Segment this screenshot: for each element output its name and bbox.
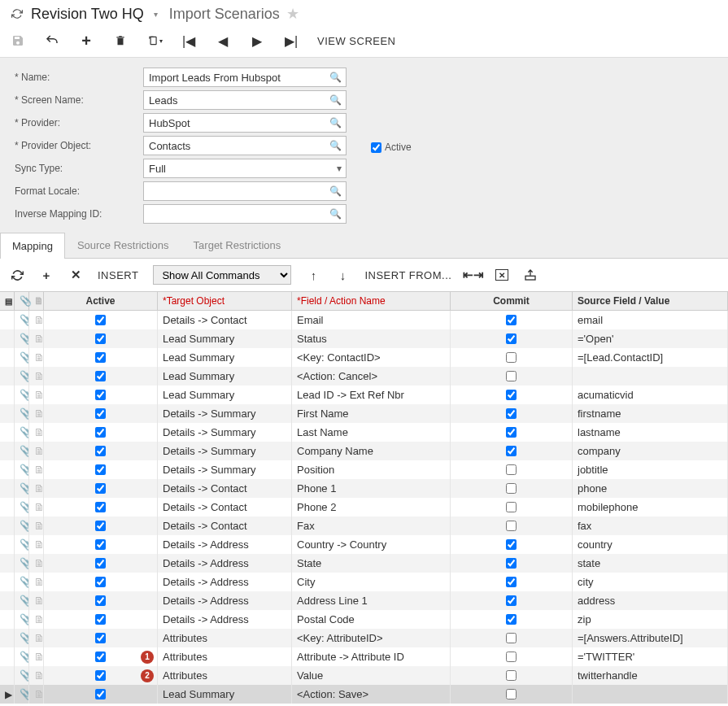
field-action-cell[interactable]: Phone 1 <box>292 479 451 498</box>
target-object-cell[interactable]: Details -> Summary <box>158 442 292 460</box>
field-action-cell[interactable]: Lead ID -> Ext Ref Nbr <box>292 386 451 404</box>
row-handle[interactable] <box>0 647 15 666</box>
active-cell[interactable] <box>44 685 158 704</box>
table-row[interactable]: 📎🗎Lead SummaryLead ID -> Ext Ref Nbracum… <box>0 386 728 404</box>
target-object-cell[interactable]: Details -> Address <box>158 535 292 554</box>
move-up-icon[interactable]: ↑ <box>306 268 320 282</box>
active-cell[interactable] <box>44 460 158 479</box>
row-handle[interactable]: ▶ <box>0 685 15 704</box>
field-action-cell[interactable]: State <box>292 554 451 573</box>
field-action-cell[interactable]: Value <box>292 666 451 685</box>
source-cell[interactable]: firstname <box>573 404 728 423</box>
grid-delete-icon[interactable]: ✕ <box>68 268 83 282</box>
active-checkbox[interactable] <box>371 142 381 153</box>
field-action-cell[interactable]: Last Name <box>292 423 451 442</box>
field-action-cell[interactable]: Email <box>292 311 451 329</box>
col-active[interactable]: Active <box>44 292 158 310</box>
col-source[interactable]: Source Field / Value <box>573 292 728 310</box>
target-object-cell[interactable]: Details -> Summary <box>158 423 292 442</box>
commit-cell[interactable] <box>451 573 573 591</box>
commit-checkbox[interactable] <box>506 502 517 512</box>
undo-icon[interactable] <box>44 33 60 49</box>
active-cell[interactable] <box>44 573 158 591</box>
note-icon[interactable]: 🗎 <box>29 554 44 573</box>
note-icon[interactable]: 🗎 <box>29 647 44 666</box>
target-object-cell[interactable]: Details -> Contact <box>158 498 292 516</box>
col-selector[interactable]: ▤ <box>0 292 15 310</box>
active-cell[interactable] <box>44 367 158 386</box>
table-row[interactable]: 📎🗎Lead Summary<Key: ContactID>=[Lead.Con… <box>0 348 728 367</box>
row-handle[interactable] <box>0 329 15 348</box>
active-cell[interactable] <box>44 498 158 516</box>
inverse-mapping-input[interactable] <box>143 204 347 224</box>
active-cell[interactable] <box>44 554 158 573</box>
insert-from-button[interactable]: INSERT FROM... <box>364 269 451 281</box>
row-handle[interactable] <box>0 404 15 423</box>
source-cell[interactable]: lastname <box>573 423 728 442</box>
target-object-cell[interactable]: Lead Summary <box>158 367 292 386</box>
target-object-cell[interactable]: Details -> Address <box>158 554 292 573</box>
active-checkbox[interactable] <box>95 502 106 512</box>
note-icon[interactable]: 🗎 <box>29 348 44 367</box>
insert-button[interactable]: INSERT <box>98 269 138 281</box>
source-cell[interactable] <box>573 685 728 704</box>
attach-icon[interactable]: 📎 <box>15 685 29 704</box>
table-row[interactable]: 📎🗎1AttributesAttribute -> Attribute ID='… <box>0 647 728 666</box>
table-row[interactable]: 📎🗎Details -> SummaryLast Namelastname <box>0 423 728 442</box>
table-row[interactable]: 📎🗎Details -> SummaryCompany Namecompany <box>0 442 728 460</box>
row-handle[interactable] <box>0 573 15 591</box>
row-handle[interactable] <box>0 460 15 479</box>
attach-icon[interactable]: 📎 <box>15 386 29 404</box>
commit-checkbox[interactable] <box>506 390 517 400</box>
active-checkbox[interactable] <box>95 539 106 550</box>
table-row[interactable]: ▶📎🗎Lead Summary<Action: Save> <box>0 685 728 704</box>
commit-cell[interactable] <box>451 386 573 404</box>
field-action-cell[interactable]: Status <box>292 329 451 348</box>
field-action-cell[interactable]: City <box>292 573 451 591</box>
row-handle[interactable] <box>0 591 15 610</box>
attach-icon[interactable]: 📎 <box>15 647 29 666</box>
active-cell[interactable] <box>44 591 158 610</box>
source-cell[interactable] <box>573 367 728 386</box>
source-cell[interactable]: acumaticvid <box>573 386 728 404</box>
active-checkbox[interactable] <box>95 446 106 456</box>
commit-checkbox[interactable] <box>506 558 517 569</box>
source-cell[interactable]: mobilephone <box>573 498 728 516</box>
first-icon[interactable]: |◀ <box>181 33 197 49</box>
target-object-cell[interactable]: Attributes <box>158 647 292 666</box>
target-object-cell[interactable]: Details -> Contact <box>158 479 292 498</box>
row-handle[interactable] <box>0 442 15 460</box>
commit-checkbox[interactable] <box>506 446 517 456</box>
table-row[interactable]: 📎🗎Details -> ContactPhone 1phone <box>0 479 728 498</box>
target-object-cell[interactable]: Lead Summary <box>158 386 292 404</box>
company-name[interactable]: Revision Two HQ <box>31 6 144 23</box>
commit-cell[interactable] <box>451 591 573 610</box>
row-handle[interactable] <box>0 423 15 442</box>
table-row[interactable]: 📎🗎Details -> SummaryFirst Namefirstname <box>0 404 728 423</box>
attach-icon[interactable]: 📎 <box>15 311 29 329</box>
active-checkbox[interactable] <box>95 483 106 494</box>
table-row[interactable]: 📎🗎Details -> SummaryPositionjobtitle <box>0 460 728 479</box>
commit-cell[interactable] <box>451 404 573 423</box>
note-icon[interactable]: 🗎 <box>29 404 44 423</box>
export-icon[interactable]: ✕ <box>495 269 508 281</box>
prev-icon[interactable]: ◀ <box>215 33 231 49</box>
field-action-cell[interactable]: <Key: AttributeID> <box>292 629 451 647</box>
active-cell[interactable] <box>44 386 158 404</box>
source-cell[interactable]: city <box>573 573 728 591</box>
row-handle[interactable] <box>0 311 15 329</box>
row-handle[interactable] <box>0 479 15 498</box>
active-cell[interactable] <box>44 404 158 423</box>
source-cell[interactable]: zip <box>573 610 728 629</box>
active-cell[interactable]: 2 <box>44 666 158 685</box>
target-object-cell[interactable]: Details -> Summary <box>158 404 292 423</box>
table-row[interactable]: 📎🗎Lead Summary<Action: Cancel> <box>0 367 728 386</box>
active-checkbox[interactable] <box>95 633 106 643</box>
row-handle[interactable] <box>0 610 15 629</box>
note-icon[interactable]: 🗎 <box>29 610 44 629</box>
commit-checkbox[interactable] <box>506 464 517 475</box>
commit-cell[interactable] <box>451 367 573 386</box>
active-cell[interactable] <box>44 423 158 442</box>
attach-icon[interactable]: 📎 <box>15 516 29 535</box>
col-commit[interactable]: Commit <box>451 292 573 310</box>
